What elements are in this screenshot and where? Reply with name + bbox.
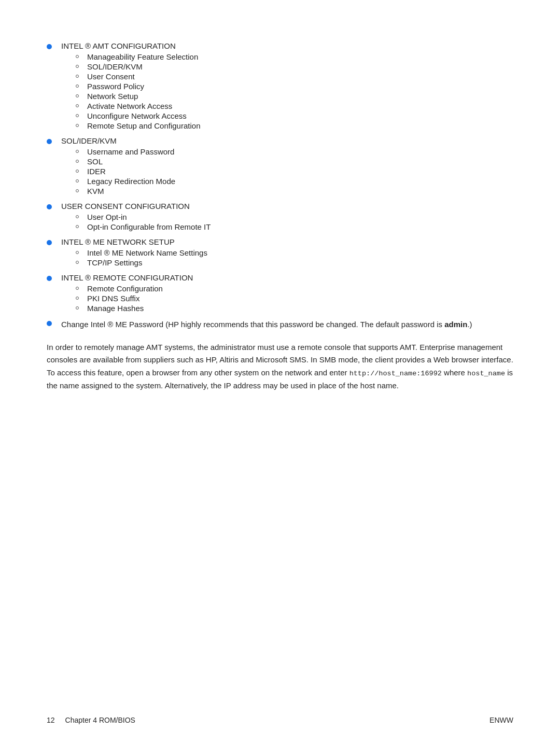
intel-remote-label: INTEL ® REMOTE CONFIGURATION (61, 273, 193, 282)
sol-sublist: Username and Password SOL IDER Legacy Re… (76, 147, 175, 195)
list-item: Remote Setup and Configuration (76, 121, 200, 130)
list-item: User Consent (76, 72, 200, 81)
sub-bullet-icon (76, 179, 79, 182)
sub-bullet-icon (76, 124, 79, 127)
main-content: INTEL ® AMT CONFIGURATION Manageability … (47, 41, 513, 392)
sub-bullet-icon (76, 170, 79, 173)
intel-remote-sublist: Remote Configuration PKI DNS Suffix Mana… (76, 284, 193, 313)
list-item: Password Policy (76, 82, 200, 91)
list-item-intel-remote: INTEL ® REMOTE CONFIGURATION Remote Conf… (47, 273, 513, 317)
list-item: SOL (76, 157, 175, 166)
bullet-icon-change-password (47, 321, 52, 326)
list-item-intel-me: INTEL ® ME NETWORK SETUP Intel ® ME Netw… (47, 237, 513, 271)
list-item: SOL/IDER/KVM (76, 62, 200, 71)
sub-bullet-icon (76, 261, 79, 264)
bullet-icon-user-consent (47, 204, 52, 209)
list-item-change-password: Change Intel ® ME Password (HP highly re… (47, 319, 513, 331)
sub-bullet-icon (76, 251, 79, 254)
sub-bullet-icon (76, 85, 79, 88)
user-consent-sublist: User Opt-in Opt-in Configurable from Rem… (76, 213, 211, 231)
sub-bullet-icon (76, 55, 79, 58)
sol-label: SOL/IDER/KVM (61, 136, 117, 145)
bullet-icon-intel-amt (47, 44, 52, 49)
list-item: Activate Network Access (76, 102, 200, 110)
list-item: PKI DNS Suffix (76, 294, 193, 303)
list-item: Manage Hashes (76, 304, 193, 313)
list-item-sol: SOL/IDER/KVM Username and Password SOL I… (47, 136, 513, 200)
sub-bullet-icon (76, 306, 79, 310)
list-item: IDER (76, 167, 175, 176)
list-item: KVM (76, 187, 175, 195)
sub-bullet-icon (76, 104, 79, 107)
sub-bullet-icon (76, 65, 79, 68)
list-item: Legacy Redirection Mode (76, 177, 175, 186)
admin-bold: admin (444, 320, 467, 329)
footer-left: 12 Chapter 4 ROM/BIOS (47, 716, 135, 724)
bullet-icon-intel-me (47, 240, 52, 245)
list-item: Remote Configuration (76, 284, 193, 293)
sub-bullet-icon (76, 114, 79, 117)
url-code: http://host_name:16992 (349, 370, 442, 377)
list-item: Opt-in Configurable from Remote IT (76, 222, 211, 231)
intel-me-label: INTEL ® ME NETWORK SETUP (61, 237, 175, 246)
change-password-text: Change Intel ® ME Password (HP highly re… (61, 319, 472, 331)
sub-bullet-icon (76, 297, 79, 300)
sub-bullet-icon (76, 287, 79, 290)
list-item: Manageability Feature Selection (76, 52, 200, 61)
list-item-intel-amt: INTEL ® AMT CONFIGURATION Manageability … (47, 41, 513, 134)
bullet-icon-intel-remote (47, 276, 52, 281)
intel-amt-label: INTEL ® AMT CONFIGURATION (61, 41, 176, 50)
bullet-icon-sol (47, 139, 52, 144)
user-consent-label: USER CONSENT CONFIGURATION (61, 202, 190, 210)
chapter-label: Chapter 4 ROM/BIOS (65, 716, 135, 724)
page-number: 12 (47, 716, 55, 724)
list-item-user-consent: USER CONSENT CONFIGURATION User Opt-in O… (47, 202, 513, 235)
sub-bullet-icon (76, 75, 79, 78)
page-container: INTEL ® AMT CONFIGURATION Manageability … (0, 0, 560, 434)
intel-amt-sublist: Manageability Feature Selection SOL/IDER… (76, 52, 200, 130)
sub-bullet-icon (76, 160, 79, 163)
sub-bullet-icon (76, 215, 79, 218)
prose-paragraph: In order to remotely manage AMT systems,… (47, 341, 513, 393)
sub-bullet-icon (76, 150, 79, 153)
host-name-code: host_name (467, 370, 505, 377)
list-item: TCP/IP Settings (76, 258, 207, 267)
sub-bullet-icon (76, 225, 79, 228)
list-item: Username and Password (76, 147, 175, 156)
top-level-list: INTEL ® AMT CONFIGURATION Manageability … (47, 41, 513, 331)
sub-bullet-icon (76, 94, 79, 97)
intel-me-sublist: Intel ® ME Network Name Settings TCP/IP … (76, 248, 207, 267)
list-item: Unconfigure Network Access (76, 111, 200, 120)
footer-right-label: ENWW (489, 716, 513, 724)
list-item: Intel ® ME Network Name Settings (76, 248, 207, 257)
list-item: User Opt-in (76, 213, 211, 221)
sub-bullet-icon (76, 189, 79, 192)
list-item: Network Setup (76, 92, 200, 101)
page-footer: 12 Chapter 4 ROM/BIOS ENWW (0, 716, 560, 724)
